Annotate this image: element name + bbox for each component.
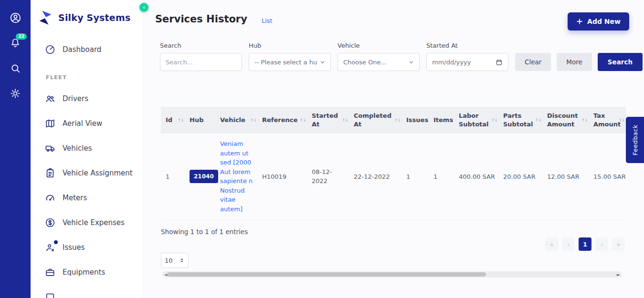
page-header: Services History List: [155, 13, 273, 25]
issues-icon: [45, 242, 55, 253]
chevron-down-icon: [320, 60, 325, 65]
gauge-icon: [45, 193, 55, 203]
filter-bar: Search Hub -- Please select a hu Vehicle…: [160, 42, 643, 71]
column-header-items: Items: [429, 107, 454, 134]
column-header-started-at[interactable]: Started At ↑↓: [307, 107, 349, 134]
entries-summary: Showing 1 to 1 of 1 entries: [161, 228, 248, 236]
more-button[interactable]: More: [557, 53, 591, 71]
dashboard-icon: [45, 44, 55, 55]
horizontal-scrollbar[interactable]: ◄ ►: [162, 271, 622, 277]
feedback-tab[interactable]: Feedback: [626, 117, 644, 163]
sidebar-item-drivers[interactable]: Drivers: [31, 86, 143, 111]
sidebar-item-label: Drivers: [63, 94, 88, 103]
sort-icon: ↑↓: [581, 117, 588, 123]
column-header-parts-subtotal[interactable]: Parts Subtotal ↑↓: [498, 107, 542, 134]
sidebar-item-label: Issues: [63, 243, 85, 252]
sort-icon: ↑↓: [535, 117, 541, 123]
sidebar-collapse-button[interactable]: ‹: [139, 3, 148, 12]
pagination: « ‹ 1 › »: [545, 237, 625, 251]
sidebar-item-vehicles[interactable]: Vehicles: [31, 136, 143, 161]
briefcase-icon: [45, 267, 55, 277]
sidebar-item-label: Vehicle Assignment: [63, 169, 133, 177]
sidebar-item-partial[interactable]: [31, 285, 143, 298]
vehicle-label: Vehicle: [338, 42, 420, 49]
filter-search: Search: [160, 42, 242, 71]
sidebar-item-vehicle-expenses[interactable]: Vehicle Expenses: [31, 210, 143, 235]
hub-label: Hub: [249, 42, 331, 49]
vehicle-link[interactable]: Veniam autem ut sed [2000 Aut lorem sapi…: [220, 140, 253, 213]
cell-reference: H10019: [257, 134, 307, 220]
hub-select-value: -- Please select a hu: [254, 59, 317, 66]
search-icon[interactable]: [9, 62, 21, 74]
started-at-label: Started At: [426, 42, 508, 49]
page-size-select[interactable]: 10: [161, 253, 189, 268]
sidebar-section-label: FLEET: [46, 74, 143, 81]
hub-select[interactable]: -- Please select a hu: [249, 53, 331, 71]
table-row: 1 21040 Veniam autem ut sed [2000 Aut lo…: [161, 134, 626, 220]
sort-icon: ↑↓: [342, 117, 348, 123]
column-header-vehicle[interactable]: Vehicle ↑↓: [215, 107, 257, 134]
sidebar: Silky Systems Dashboard FLEET Drivers: [31, 0, 143, 298]
plus-icon: [576, 18, 583, 25]
pagination-next-button[interactable]: ›: [595, 237, 608, 251]
settings-gear-icon[interactable]: [9, 87, 21, 100]
sidebar-item-label: Equipments: [63, 268, 105, 277]
pagination-last-button[interactable]: »: [612, 237, 625, 251]
sidebar-item-vehicle-assignment[interactable]: Vehicle Assignment: [31, 161, 143, 185]
cell-id: 1: [161, 134, 185, 220]
cell-started-at: 08-12-2022: [307, 134, 349, 220]
search-button[interactable]: Search: [598, 53, 643, 71]
date-placeholder: mm/dd/yyyy: [432, 59, 493, 66]
sidebar-item-aerial-view[interactable]: Aerial View: [31, 111, 143, 136]
brand-name: Silky Systems: [58, 12, 130, 23]
pagination-first-button[interactable]: «: [545, 237, 558, 251]
clear-button[interactable]: Clear: [515, 53, 551, 71]
column-header-discount-amount[interactable]: Discount Amount ↑↓: [542, 107, 589, 134]
sort-icon: ↑↓: [300, 117, 306, 123]
scroll-right-icon[interactable]: ►: [617, 271, 620, 277]
search-input[interactable]: [160, 53, 242, 71]
sidebar-item-dashboard[interactable]: Dashboard: [31, 37, 143, 62]
column-header-id[interactable]: Id ↑↓: [161, 107, 185, 134]
map-icon: [45, 118, 55, 129]
calendar-icon: [496, 59, 503, 66]
cell-issues: 1: [401, 134, 429, 220]
cell-vehicle: Veniam autem ut sed [2000 Aut lorem sapi…: [215, 134, 257, 220]
truck-icon: [45, 143, 55, 154]
pagination-page-1[interactable]: 1: [579, 237, 591, 251]
account-icon[interactable]: [9, 11, 21, 24]
main-content: Services History List Add New Search Hub…: [143, 0, 644, 298]
cell-tax-amount: 15.00 SAR: [589, 134, 626, 220]
started-at-date-input[interactable]: mm/dd/yyyy: [426, 53, 508, 71]
scrollbar-thumb[interactable]: [167, 272, 486, 277]
brand-logo[interactable]: Silky Systems: [31, 0, 143, 29]
page-size-value: 10: [165, 257, 173, 264]
app-root: 22 Silky Systems: [0, 0, 644, 298]
list-view-link[interactable]: List: [262, 17, 273, 24]
sidebar-item-equipments[interactable]: Equipments: [31, 260, 143, 285]
chevron-left-icon: ‹: [143, 4, 145, 10]
sidebar-item-issues[interactable]: Issues: [31, 235, 143, 260]
filter-hub: Hub -- Please select a hu: [249, 42, 331, 71]
column-header-tax-amount[interactable]: Tax Amount ↑↓: [589, 107, 626, 134]
notifications-bell-icon[interactable]: 22: [9, 37, 21, 49]
column-header-reference[interactable]: Reference ↑↓: [257, 107, 307, 134]
column-header-labor-subtotal[interactable]: Labor Subtotal ↑↓: [454, 107, 498, 134]
hub-badge[interactable]: 21040: [190, 170, 218, 183]
feedback-label: Feedback: [632, 124, 639, 155]
sidebar-item-meters[interactable]: Meters: [31, 185, 143, 210]
sort-icon: ↑↓: [619, 117, 625, 123]
services-history-table: Id ↑↓ Hub Vehicle ↑↓ Reference ↑↓: [161, 107, 626, 220]
sort-icon: ↑↓: [250, 117, 256, 123]
cell-parts-subtotal: 20.00 SAR: [498, 134, 542, 220]
pagination-prev-button[interactable]: ‹: [562, 237, 575, 251]
chevron-down-icon: [409, 60, 414, 65]
column-header-hub: Hub: [185, 107, 215, 134]
column-header-issues: Issues: [401, 107, 429, 134]
column-header-completed-at[interactable]: Completed At ↑↓: [349, 107, 401, 134]
add-new-button[interactable]: Add New: [568, 12, 629, 31]
sort-icon: ↑↓: [394, 117, 401, 123]
vehicle-select[interactable]: Choose One...: [338, 53, 420, 71]
filter-buttons: Clear More Search: [515, 53, 643, 71]
issues-dot-badge: [54, 240, 58, 244]
